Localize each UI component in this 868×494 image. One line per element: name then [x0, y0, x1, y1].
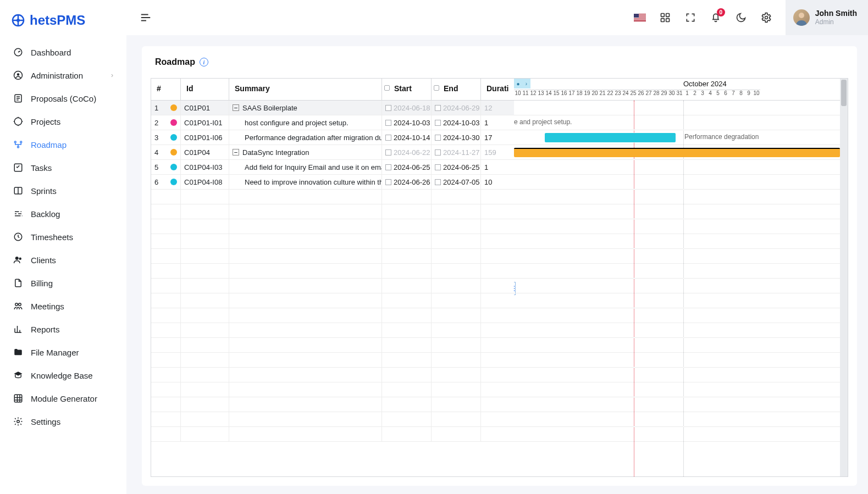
- timeline-day: 23: [614, 90, 622, 101]
- svg-point-15: [15, 303, 18, 306]
- col-header-duration[interactable]: Durati: [481, 79, 514, 100]
- table-row[interactable]: 6C01P04-I08Need to improve innovation cu…: [151, 175, 514, 190]
- user-menu[interactable]: John Smith Admin: [786, 0, 868, 35]
- checkbox-icon[interactable]: [435, 105, 441, 111]
- collapse-icon[interactable]: −: [233, 104, 239, 111]
- checkbox-icon[interactable]: [385, 120, 391, 126]
- roadmap-card: Roadmap i # Id Summary Start: [142, 46, 857, 486]
- cell-summary: −SAAS Boilerplate: [229, 101, 382, 115]
- table-row[interactable]: 1C01P01−SAAS Boilerplate2024-06-182024-0…: [151, 101, 514, 115]
- checkbox-icon[interactable]: [385, 149, 391, 156]
- checkbox-icon[interactable]: [435, 179, 441, 185]
- cell-summary: Add field for Inquiry Email and use it o…: [229, 160, 382, 174]
- checkbox-icon[interactable]: [385, 179, 391, 185]
- sidebar-item-billing[interactable]: Billing: [0, 271, 126, 295]
- table-row[interactable]: 2C01P01-I01host configure and project se…: [151, 115, 514, 130]
- sidebar-item-proposals[interactable]: Proposals (CoCo): [0, 87, 126, 110]
- col-header-summary[interactable]: Summary: [229, 79, 382, 100]
- gantt-bar[interactable]: [514, 148, 840, 157]
- table-row[interactable]: 4C01P04−DataSync Integration2024-06-2220…: [151, 145, 514, 160]
- table-row[interactable]: 5C01P04-I03Add field for Inquiry Email a…: [151, 160, 514, 175]
- dark-mode-icon[interactable]: [735, 12, 747, 24]
- timeline-day: 18: [576, 90, 583, 101]
- timeline-day: 31: [676, 90, 683, 101]
- gantt-timeline[interactable]: ‹ ● › October 2024 101112131415161718192…: [514, 79, 848, 476]
- gantt-bars-area: e and project setup. Performance degrada…: [514, 101, 840, 476]
- sidebar-item-file-manager[interactable]: File Manager: [0, 341, 126, 364]
- col-header-end[interactable]: End: [432, 79, 481, 100]
- gantt-row: e and project setup.: [514, 115, 840, 130]
- timeline-day: 21: [599, 90, 606, 101]
- notifications-icon[interactable]: 0: [710, 12, 722, 24]
- checkbox-icon[interactable]: [435, 135, 441, 141]
- language-flag-icon[interactable]: [634, 12, 646, 24]
- sidebar-item-administration[interactable]: Administration ›: [0, 64, 126, 87]
- col-header-start[interactable]: Start: [382, 79, 432, 100]
- table-row: [151, 353, 514, 368]
- fullscreen-icon[interactable]: [684, 12, 696, 24]
- col-header-id[interactable]: Id: [181, 79, 229, 100]
- cell-start: 2024-06-26: [382, 175, 432, 189]
- scrollbar-thumb[interactable]: [841, 80, 847, 106]
- sidebar-item-timesheets[interactable]: Timesheets: [0, 225, 126, 248]
- sort-icon[interactable]: [384, 85, 390, 91]
- sidebar-item-reports[interactable]: Reports: [0, 318, 126, 341]
- svg-rect-22: [666, 19, 669, 22]
- info-icon[interactable]: i: [200, 58, 208, 66]
- cell-end: 2024-06-29: [432, 101, 481, 115]
- menu-toggle-icon[interactable]: [140, 12, 152, 24]
- checkbox-icon[interactable]: [385, 105, 391, 111]
- gantt-bar[interactable]: [545, 133, 676, 142]
- checkbox-icon[interactable]: [435, 120, 441, 126]
- gantt-row: [514, 219, 840, 234]
- sidebar-item-backlog[interactable]: Backlog: [0, 202, 126, 225]
- sidebar-item-dashboard[interactable]: Dashboard: [0, 41, 126, 64]
- brand-logo[interactable]: hetsPMS: [0, 4, 126, 38]
- people-icon: [13, 301, 23, 311]
- sidebar-item-label: Dashboard: [31, 48, 71, 57]
- timeline-day: 13: [537, 90, 545, 101]
- cell-start: 2024-10-14: [382, 130, 432, 145]
- cell-duration: 1: [481, 115, 514, 130]
- gantt-vertical-scrollbar[interactable]: [840, 79, 848, 476]
- sidebar-item-settings[interactable]: Settings: [0, 410, 126, 433]
- timeline-today-icon[interactable]: ●: [514, 79, 522, 88]
- gantt-bar-label: Performance degradation: [684, 133, 759, 141]
- sidebar-item-knowledge-base[interactable]: Knowledge Base: [0, 364, 126, 387]
- sidebar-item-clients[interactable]: Clients: [0, 248, 126, 271]
- cell-summary: Need to improve innovation culture withi…: [229, 175, 382, 189]
- sidebar-item-projects[interactable]: Projects: [0, 110, 126, 133]
- table-row[interactable]: 3C01P01-I06Performance degradation after…: [151, 130, 514, 145]
- sidebar-item-meetings[interactable]: Meetings: [0, 295, 126, 318]
- sidebar-item-roadmap[interactable]: Roadmap: [0, 133, 126, 156]
- status-dot-icon: [170, 179, 177, 185]
- settings-icon[interactable]: [760, 12, 772, 24]
- svg-point-7: [14, 141, 16, 143]
- sidebar-item-label: Reports: [31, 325, 60, 334]
- gantt-row: [514, 145, 840, 160]
- col-header-number[interactable]: #: [151, 79, 181, 100]
- checkbox-icon[interactable]: [435, 164, 441, 170]
- collapse-icon[interactable]: −: [233, 149, 239, 156]
- svg-point-24: [799, 13, 804, 18]
- checkbox-icon[interactable]: [385, 135, 391, 141]
- sort-icon[interactable]: [434, 85, 439, 91]
- timeline-month-label: October 2024: [683, 80, 727, 88]
- timeline-day: 9: [745, 90, 753, 101]
- gantt-row: [514, 204, 840, 219]
- svg-rect-20: [666, 14, 669, 17]
- gantt-row: [514, 190, 840, 204]
- checkbox-icon[interactable]: [435, 149, 441, 156]
- sidebar-item-label: Knowledge Base: [31, 371, 93, 380]
- sidebar-item-module-generator[interactable]: Module Generator: [0, 387, 126, 410]
- checkbox-icon[interactable]: [385, 164, 391, 170]
- svg-point-13: [15, 257, 19, 260]
- apps-icon[interactable]: [659, 12, 671, 24]
- sidebar-item-label: File Manager: [31, 348, 79, 357]
- sidebar-item-tasks[interactable]: Tasks: [0, 156, 126, 179]
- clock-icon: [13, 232, 23, 242]
- svg-point-23: [765, 16, 767, 19]
- timeline-next-icon[interactable]: ›: [522, 79, 530, 88]
- sidebar-item-sprints[interactable]: Sprints: [0, 179, 126, 202]
- sidebar-item-label: Backlog: [31, 209, 60, 219]
